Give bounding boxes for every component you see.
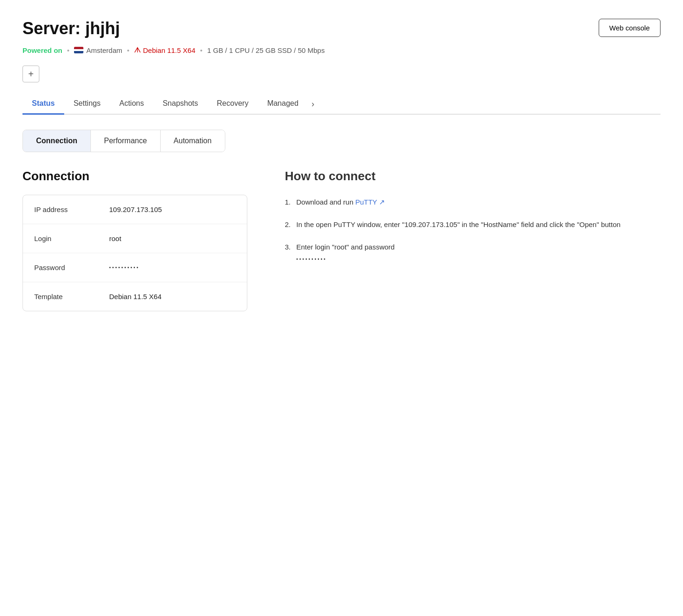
- table-row: Template Debian 11.5 X64: [23, 282, 247, 311]
- page-title: Server: jhjhj: [22, 19, 120, 38]
- password-value: ••••••••••: [109, 265, 140, 270]
- connection-table: IP address 109.207.173.105 Login root Pa…: [22, 195, 247, 311]
- tab-recovery[interactable]: Recovery: [208, 94, 258, 115]
- table-row: IP address 109.207.173.105: [23, 195, 247, 224]
- subtab-connection[interactable]: Connection: [23, 130, 91, 152]
- putty-link[interactable]: PuTTY ↗: [355, 198, 385, 206]
- template-value: Debian 11.5 X64: [109, 293, 162, 301]
- subtab-performance[interactable]: Performance: [91, 130, 161, 152]
- list-item: 3. Enter login "root" and password •••••…: [285, 242, 661, 264]
- add-icon: +: [28, 69, 34, 80]
- password-label: Password: [34, 264, 109, 271]
- server-status: Powered on: [22, 46, 62, 54]
- step-password-dots: ••••••••••: [297, 257, 327, 262]
- ip-label: IP address: [34, 205, 109, 213]
- flag-nl-icon: [74, 47, 83, 53]
- tab-actions[interactable]: Actions: [110, 94, 153, 115]
- web-console-button[interactable]: Web console: [599, 19, 661, 37]
- step-text-before: Download and run: [297, 198, 356, 206]
- os-info: ᗑ Debian 11.5 X64: [134, 46, 195, 54]
- tab-settings[interactable]: Settings: [64, 94, 110, 115]
- connection-panel: Connection IP address 109.207.173.105 Lo…: [22, 169, 247, 311]
- how-to-title: How to connect: [285, 169, 661, 183]
- template-label: Template: [34, 293, 109, 301]
- server-meta: Powered on • Amsterdam • ᗑ Debian 11.5 X…: [22, 46, 661, 54]
- tab-managed[interactable]: Managed: [258, 94, 308, 115]
- debian-icon: ᗑ: [134, 46, 141, 54]
- step-text-content: Enter login "root" and password: [297, 243, 395, 251]
- step-text: Enter login "root" and password ••••••••…: [297, 242, 395, 264]
- how-to-panel: How to connect 1. Download and run PuTTY…: [285, 169, 661, 311]
- step-number: 3.: [285, 242, 291, 264]
- step-text: Download and run PuTTY ↗: [297, 197, 386, 208]
- server-specs: 1 GB / 1 CPU / 25 GB SSD / 50 Mbps: [207, 46, 325, 54]
- subtab-automation[interactable]: Automation: [161, 130, 225, 152]
- chevron-right-icon: ›: [312, 99, 314, 109]
- how-to-list: 1. Download and run PuTTY ↗ 2. In the op…: [285, 197, 661, 264]
- sub-navigation: Connection Performance Automation: [22, 130, 225, 152]
- login-label: Login: [34, 235, 109, 242]
- list-item: 1. Download and run PuTTY ↗: [285, 197, 661, 208]
- main-content: Connection IP address 109.207.173.105 Lo…: [22, 169, 661, 311]
- table-row: Login root: [23, 224, 247, 253]
- list-item: 2. In the open PuTTY window, enter "109.…: [285, 219, 661, 230]
- os-name: Debian 11.5 X64: [143, 46, 195, 54]
- step-number: 1.: [285, 197, 291, 208]
- connection-title: Connection: [22, 169, 247, 183]
- location-name: Amsterdam: [86, 46, 122, 54]
- table-row: Password ••••••••••: [23, 253, 247, 282]
- meta-separator-3: •: [200, 46, 202, 54]
- meta-separator-1: •: [67, 46, 69, 54]
- page-header: Server: jhjhj Web console: [22, 19, 661, 38]
- meta-separator-2: •: [127, 46, 129, 54]
- location-flag: Amsterdam: [74, 46, 122, 54]
- step-text: In the open PuTTY window, enter "109.207…: [297, 219, 621, 230]
- step-number: 2.: [285, 219, 291, 230]
- ip-value: 109.207.173.105: [109, 205, 162, 213]
- tab-status[interactable]: Status: [22, 94, 64, 115]
- nav-more-button[interactable]: ›: [308, 94, 318, 115]
- main-navigation: Status Settings Actions Snapshots Recove…: [22, 94, 661, 115]
- login-value: root: [109, 235, 121, 242]
- tab-snapshots[interactable]: Snapshots: [153, 94, 208, 115]
- add-button[interactable]: +: [22, 66, 39, 82]
